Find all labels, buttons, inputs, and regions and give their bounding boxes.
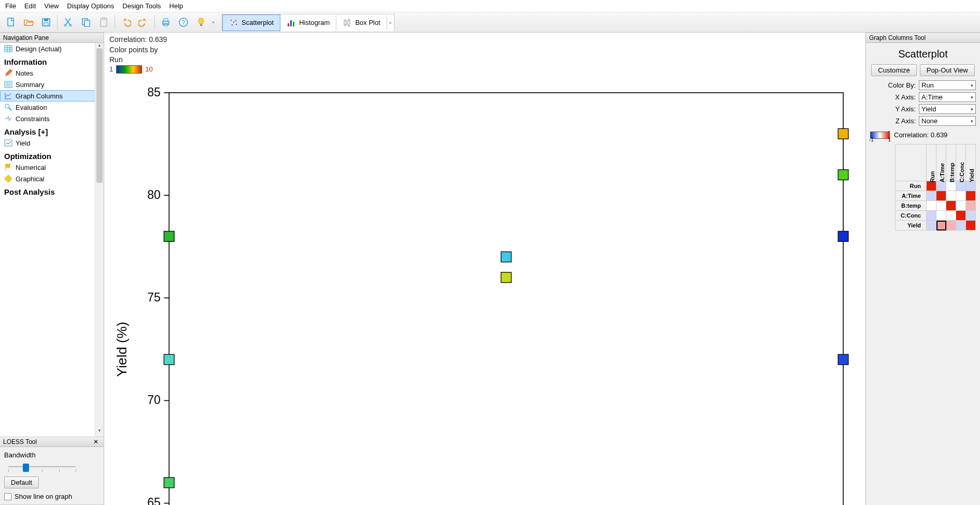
nav-section-post-analysis: Post Analysis [0, 184, 104, 197]
scale-min: 1 [109, 65, 113, 73]
svg-rect-42 [169, 93, 843, 505]
svg-rect-18 [232, 24, 233, 25]
color-by-lbl: Color By: [888, 81, 916, 89]
nav-section-analysis[interactable]: Analysis [+] [0, 124, 104, 137]
chevron-down-icon: ▾ [971, 107, 973, 112]
tab-boxplot[interactable]: Box Plot [336, 15, 387, 31]
svg-text:65: 65 [147, 496, 161, 505]
undo-icon[interactable] [118, 15, 134, 30]
nav-scrollbar[interactable]: ▲ ▼ [95, 43, 104, 437]
copy-icon[interactable] [78, 15, 94, 30]
svg-rect-76 [838, 169, 848, 180]
menu-edit[interactable]: Edit [24, 2, 36, 10]
print-icon[interactable] [158, 15, 174, 30]
graph-icon [4, 92, 12, 100]
color-by-select[interactable]: Run▾ [919, 80, 976, 90]
svg-text:Yield (%): Yield (%) [114, 322, 130, 377]
pencil-icon [4, 69, 12, 77]
right-title: Scatterplot [870, 46, 976, 64]
flag-icon [4, 163, 12, 171]
toolbar: ? » Scatterplot Histogram Box Plot » [0, 12, 980, 33]
nav-evaluation[interactable]: Evaluation [0, 102, 104, 113]
show-line-checkbox[interactable]: Show line on graph [4, 493, 100, 500]
svg-text:85: 85 [147, 85, 161, 98]
help-icon[interactable]: ? [176, 15, 191, 30]
tab-scatterplot-label: Scatterplot [242, 19, 274, 26]
svg-rect-69 [164, 231, 174, 241]
new-file-icon[interactable] [3, 15, 19, 30]
menu-display-options[interactable]: Display Options [67, 2, 114, 10]
menu-help[interactable]: Help [169, 2, 183, 10]
svg-rect-3 [44, 23, 48, 26]
chart-tabs-overflow-icon[interactable]: » [387, 20, 394, 25]
scale-max: 10 [145, 65, 152, 73]
chevron-down-icon: ▾ [971, 95, 973, 100]
svg-text:70: 70 [147, 393, 161, 407]
save-icon[interactable] [38, 15, 54, 30]
nav-graphical[interactable]: Graphical [0, 173, 104, 184]
svg-rect-74 [501, 272, 512, 283]
redo-icon[interactable] [136, 15, 151, 30]
nav-notes[interactable]: Notes [0, 67, 104, 79]
scatterplot[interactable]: 151821242730606570758085A:Time (h)Yield … [109, 76, 860, 505]
xaxis-select[interactable]: A:Time▾ [919, 92, 976, 102]
svg-line-40 [9, 108, 11, 110]
customize-button[interactable]: Customize [871, 64, 916, 76]
navigation-pane-header: Navigation Pane [0, 33, 104, 43]
nav-design-actual[interactable]: Design (Actual) [0, 43, 104, 54]
close-icon[interactable]: ✕ [91, 438, 101, 445]
nav-design-label: Design (Actual) [16, 45, 62, 53]
left-panel: Navigation Pane Design (Actual) Informat… [0, 33, 104, 505]
scroll-down-icon[interactable]: ▼ [95, 428, 104, 437]
yaxis-select[interactable]: Yield▾ [919, 104, 976, 114]
tab-scatterplot[interactable]: Scatterplot [222, 15, 280, 31]
nav-numerical[interactable]: Numerical [0, 162, 104, 173]
correlation-matrix[interactable]: RunA:TimeB:tempC:ConcYieldRunA:TimeB:tem… [870, 144, 976, 230]
open-file-icon[interactable] [21, 15, 36, 30]
tab-histogram[interactable]: Histogram [280, 15, 336, 31]
svg-rect-0 [8, 18, 13, 26]
nav-constraints[interactable]: Constraints [0, 113, 104, 124]
bandwidth-label: Bandwidth [4, 451, 100, 459]
svg-rect-22 [290, 20, 292, 26]
nav-summary[interactable]: Summary [0, 79, 104, 90]
zaxis-lbl: Z Axis: [896, 117, 916, 125]
nav-section-optimization: Optimization [0, 149, 104, 162]
zaxis-select[interactable]: None▾ [919, 116, 976, 126]
menu-design-tools[interactable]: Design Tools [122, 2, 161, 10]
nav-section-information: Information [0, 54, 104, 67]
svg-rect-15 [200, 24, 202, 26]
menu-file[interactable]: File [5, 2, 16, 10]
svg-rect-17 [233, 22, 234, 23]
yaxis-lbl: Y Axis: [895, 105, 916, 113]
cut-icon[interactable] [61, 15, 76, 30]
xaxis-lbl: X Axis: [895, 93, 916, 101]
nav-yield[interactable]: Yield [0, 137, 104, 149]
svg-rect-9 [102, 18, 105, 20]
magnifier-icon [4, 103, 12, 111]
popout-button[interactable]: Pop-Out View [920, 64, 975, 76]
scroll-thumb[interactable] [96, 48, 103, 183]
tab-histogram-label: Histogram [299, 19, 330, 26]
chevron-down-icon: ▾ [971, 119, 973, 124]
tips-icon[interactable] [193, 15, 209, 30]
navigation-pane: Design (Actual) Information Notes Summar… [0, 43, 104, 437]
table-icon [4, 45, 12, 53]
diamond-icon [4, 175, 12, 183]
correlation-scale: -1 1 Correlation: 0.639 [870, 131, 976, 139]
svg-rect-20 [236, 24, 237, 25]
svg-rect-77 [838, 231, 848, 241]
toolbar-overflow-icon[interactable]: » [210, 20, 217, 25]
correlation-value: Correlation: 0.639 [894, 131, 947, 139]
paste-icon[interactable] [96, 15, 111, 30]
color-by-label: Color points by [109, 45, 860, 55]
nav-graph-columns[interactable]: Graph Columns [0, 90, 104, 102]
menu-view[interactable]: View [44, 2, 59, 10]
svg-rect-27 [348, 20, 350, 25]
color-by-variable: Run [109, 55, 860, 65]
chart-type-tabs: Scatterplot Histogram Box Plot » [222, 14, 394, 31]
svg-rect-2 [44, 19, 48, 21]
bandwidth-slider[interactable] [8, 462, 76, 471]
loess-tool-header: LOESS Tool ✕ [0, 437, 104, 447]
default-button[interactable]: Default [4, 477, 39, 488]
